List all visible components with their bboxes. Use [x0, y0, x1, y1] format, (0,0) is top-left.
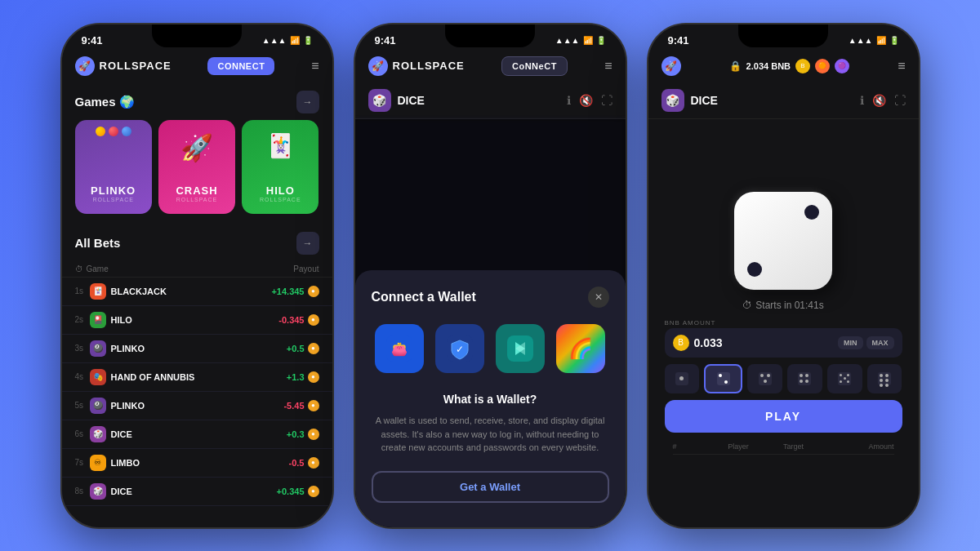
crash-rocket: 🚀: [180, 132, 213, 163]
bet-row-1[interactable]: 1s 🃏 BLACKJACK +14.345 ●: [62, 278, 332, 306]
dice-option-3[interactable]: [747, 364, 782, 393]
battery-icon-2: 🔋: [596, 36, 606, 45]
svg-text:✓: ✓: [456, 344, 464, 355]
bnb-icon-header: B: [795, 59, 810, 73]
mute-icon-3[interactable]: 🔇: [872, 94, 886, 107]
dice-selector: [665, 364, 902, 393]
dice-option-1[interactable]: [665, 364, 700, 393]
signal-icon-2: ▲▲▲: [555, 36, 580, 45]
bets-col-headers: ⏱ Game Payout: [62, 261, 332, 278]
die-6-dot-2: [885, 374, 889, 377]
avatar-2: 🟣: [835, 59, 849, 73]
exodus-wallet-option[interactable]: [496, 324, 545, 373]
bet-row-2[interactable]: 2s 🎴 HILO -0.345 ●: [62, 306, 332, 335]
die-3-dot-2: [767, 374, 770, 377]
game-badge-3: 🎲: [662, 89, 684, 112]
svg-text:👛: 👛: [391, 341, 408, 357]
game-title-2: DICE: [398, 94, 560, 107]
bet-coin-4: ●: [308, 371, 319, 383]
bet-row-4[interactable]: 4s 🎭 HAND OF ANNUBIS +1.3 ●: [62, 363, 332, 392]
hilo-cards: 🃏: [266, 132, 295, 159]
bet-num-7: 7s: [75, 458, 90, 467]
bet-row-6[interactable]: 6s 🎲 DICE +0.3 ●: [62, 420, 332, 449]
target-col-header: Target: [783, 442, 839, 451]
metamask-wallet-option[interactable]: 👛: [375, 324, 424, 373]
bet-payout-4: +1.3: [287, 372, 305, 382]
menu-icon-1[interactable]: ≡: [311, 59, 318, 73]
battery-icon-3: 🔋: [889, 36, 899, 45]
app-name-1: ROLLSPACE: [100, 60, 172, 72]
die-5-dot-1: [840, 374, 842, 376]
expand-icon-2[interactable]: ⛶: [601, 94, 612, 107]
exodus-icon: [507, 335, 533, 362]
dice-main: ⏱ Starts in 01:41s BNB AMOUNT B 0.033 MI…: [648, 119, 919, 527]
info-icon-3[interactable]: ℹ: [860, 94, 864, 107]
bets-list: 1s 🃏 BLACKJACK +14.345 ● 2s 🎴 HILO -0.34…: [62, 278, 332, 527]
bet-num-4: 4s: [75, 372, 90, 381]
dice-option-5[interactable]: [827, 364, 862, 393]
die-2-dot-1: [719, 374, 722, 377]
connect-button-1[interactable]: CONNECT: [207, 57, 274, 75]
bets-arrow[interactable]: →: [296, 232, 319, 255]
die-4-dot-4: [805, 380, 808, 383]
plinko-decoration: [75, 127, 152, 136]
dice-game-header-2: 🎲 DICE ℹ 🔇 ⛶: [355, 82, 626, 119]
expand-icon-3[interactable]: ⛶: [894, 94, 906, 107]
bnb-coin-icon: B: [673, 335, 689, 351]
bet-controls: BNB AMOUNT B 0.033 MIN MAX: [657, 319, 911, 455]
menu-icon-2[interactable]: ≡: [604, 59, 612, 73]
bet-game-1: BLACKJACK: [111, 287, 272, 296]
logo-icon-3: 🚀: [662, 56, 681, 76]
notch-3: [738, 24, 828, 47]
dice-option-6[interactable]: [867, 364, 902, 393]
ball-1: [96, 127, 105, 136]
game-card-crash[interactable]: 🚀 CRASH ROLLSPACE: [158, 120, 235, 214]
rainbow-icon: 🌈: [568, 337, 593, 360]
games-arrow[interactable]: →: [296, 91, 319, 113]
die-5-face: [838, 372, 851, 385]
max-button[interactable]: MAX: [866, 336, 894, 349]
die-5-empty-3: [847, 377, 849, 380]
bet-row-3[interactable]: 3s 🎱 PLINKO +0.5 ●: [62, 335, 332, 363]
logo-icon-1: 🚀: [75, 56, 95, 76]
game-col-header: ⏱ Game: [75, 264, 109, 273]
bet-row-5[interactable]: 5s 🎱 PLINKO -5.45 ●: [62, 392, 332, 420]
bet-icon-4: 🎭: [90, 369, 106, 385]
mute-icon-2[interactable]: 🔇: [579, 94, 593, 107]
timer-label: Starts in 01:41s: [755, 300, 823, 311]
modal-close-button[interactable]: ✕: [588, 287, 609, 308]
get-wallet-button[interactable]: Get a Wallet: [372, 471, 609, 503]
ball-2: [109, 127, 118, 136]
info-icon-2[interactable]: ℹ: [567, 94, 571, 107]
die-3-dot-1: [760, 374, 764, 377]
bet-row-7[interactable]: 7s ♾ LIMBO -0.5 ●: [62, 449, 332, 478]
phone-1: 9:41 ▲▲▲ 📶 🔋 🚀 ROLLSPACE CONNECT ≡ Games…: [60, 23, 334, 529]
bet-num-3: 3s: [75, 344, 90, 353]
bet-payout-6: +0.3: [287, 429, 305, 439]
bet-row-8[interactable]: 8s 🎲 DICE +0.345 ●: [62, 478, 332, 506]
bet-payout-8: +0.345: [277, 487, 305, 496]
bet-icon-1: 🃏: [90, 283, 106, 300]
phone2-content: Connect a Wallet ✕ 👛: [355, 119, 626, 527]
bet-payout-5: -5.45: [283, 401, 304, 411]
plinko-sub: ROLLSPACE: [92, 197, 134, 202]
game-card-plinko[interactable]: PLINKO ROLLSPACE: [75, 120, 152, 214]
play-button[interactable]: PLAY: [665, 400, 902, 433]
connect-button-2[interactable]: CoNNeCT: [501, 56, 568, 76]
header-actions-2: ℹ 🔇 ⛶: [567, 94, 612, 107]
bet-num-5: 5s: [75, 401, 90, 410]
die-5-empty-4: [844, 380, 846, 383]
rainbow-wallet-option[interactable]: 🌈: [556, 324, 605, 373]
wifi-icon-2: 📶: [583, 36, 593, 45]
game-card-hilo[interactable]: 🃏 HILO ROLLSPACE: [242, 120, 318, 214]
menu-icon-3[interactable]: ≡: [898, 59, 905, 73]
die-2-face: [717, 372, 730, 385]
crash-label: CRASH: [176, 184, 217, 197]
bet-coin-5: ●: [308, 400, 319, 411]
min-button[interactable]: MIN: [838, 336, 863, 349]
bet-game-8: DICE: [111, 487, 277, 496]
trust-icon: ✓: [447, 335, 473, 362]
trust-wallet-option[interactable]: ✓: [435, 324, 484, 373]
dice-option-2[interactable]: [704, 364, 742, 393]
dice-option-4[interactable]: [787, 364, 822, 393]
